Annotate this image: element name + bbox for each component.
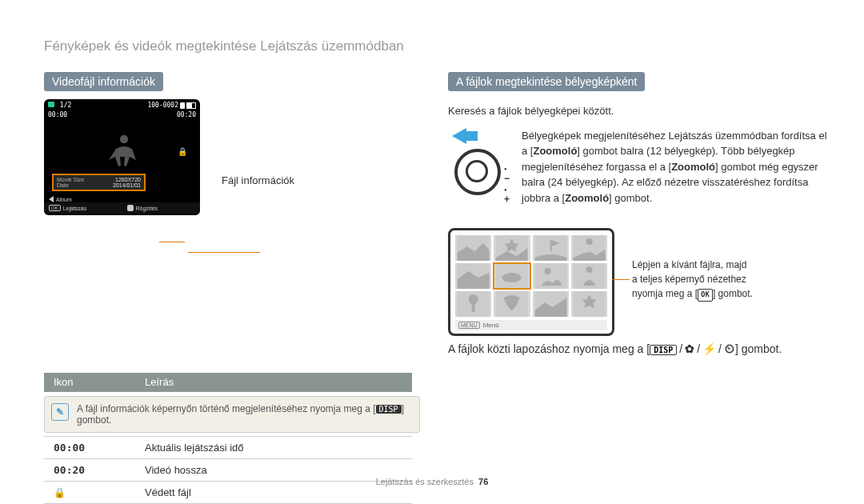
preview-total-time: 00:20 (177, 111, 196, 118)
icon-cell: 00:00 (44, 437, 135, 459)
page-title: Fényképek és videók megtekintése Lejátsz… (44, 38, 404, 54)
thumbnail-illustration: MENU Menü (448, 228, 614, 336)
timer-icon: ⏲ (724, 342, 735, 355)
preview-current-time: 00:00 (48, 111, 67, 118)
preview-file-index: 1/2 (48, 102, 71, 109)
thumb-cell (571, 291, 607, 317)
zoom-knob-illustration: ● − ● + (448, 128, 512, 200)
thumb-cell (533, 263, 569, 289)
ok-badge: OK (698, 289, 713, 302)
menu-badge: MENU (458, 322, 480, 329)
dancer-silhouette-icon (100, 131, 148, 171)
menu-label: Menü (483, 322, 499, 329)
note-info-icon: ✎ (51, 403, 69, 421)
minus-icon: ● − (504, 162, 512, 184)
lock-icon: 🔒 (54, 487, 66, 498)
info-label-movie-size: Movie Size (57, 177, 84, 182)
svg-point-10 (544, 268, 550, 274)
thumb-cell (533, 235, 569, 261)
table-row: 00:00 Aktuális lejátszási idő (44, 437, 412, 459)
knob-center-icon (466, 160, 488, 182)
disp-badge: DISP (376, 405, 402, 414)
svg-point-5 (586, 238, 592, 245)
thumb-cell (455, 235, 491, 261)
disp-badge: DISP (650, 345, 677, 355)
desc-cell: Aktuális lejátszási idő (135, 437, 412, 459)
thumb-cell (533, 291, 569, 317)
sd-icon (180, 102, 185, 109)
thumb-leader-line (612, 279, 630, 280)
note-text-prefix: A fájl információk képernyőn történő meg… (77, 403, 376, 414)
preview-info-box: Movie Size 1280X720 Date 2014/01/01 (52, 174, 146, 191)
leader-label: Fájl információk (222, 174, 294, 186)
ok-badge-small: OK (49, 205, 61, 211)
battery-icon (186, 102, 196, 109)
video-preview-frame: 1/2 100-0002 00:00 00:20 🔒 Movie Size 12… (44, 99, 200, 215)
play-label: Lejátszás (63, 206, 87, 211)
thumb-cell (455, 263, 491, 289)
footer-text: Lejátszás és szerkesztés (376, 477, 474, 486)
preview-folder-file: 100-0002 (147, 102, 178, 109)
flower-icon: ✿ (685, 342, 694, 355)
subtitle: Keresés a fájlok bélyegképei között. (448, 104, 832, 118)
section-heading-thumbnails: A fájlok megtekintése bélyegképként (448, 72, 645, 91)
info-label-date: Date (57, 182, 69, 188)
right-column: A fájlok megtekintése bélyegképként Kere… (448, 72, 832, 214)
thumb-instruction-label: Lépjen a kívánt fájlra, majd a teljes ké… (632, 258, 824, 302)
thumb-cell (571, 235, 607, 261)
svg-rect-3 (550, 240, 551, 251)
thumb-cell (494, 235, 530, 261)
zoom-instruction-text: Bélyegképek megjelenítéséhez Lejátszás ü… (522, 128, 832, 206)
lock-icon-small: 🔒 (178, 147, 187, 156)
flash-icon: ⚡ (702, 342, 716, 355)
back-triangle-icon (49, 196, 54, 202)
left-column: Videofájl információk 1/2 100-0002 00:00… (44, 72, 412, 215)
svg-point-12 (586, 266, 592, 273)
thumb-cell (571, 263, 607, 289)
note-box: ✎ A fájl információk képernyőn történő m… (44, 396, 420, 433)
thumb-cell-selected (494, 263, 530, 289)
thumb-cell (494, 291, 530, 317)
info-value-date: 2014/01/01 (113, 182, 141, 188)
record-label: Rögzítés (136, 206, 158, 211)
footer: Lejátszás és szerkesztés 76 (0, 477, 864, 486)
thumb-cell (455, 291, 491, 317)
plus-icon: ● + (504, 182, 512, 205)
col-header-icon: Ikon (44, 373, 135, 392)
navigation-instruction: A fájlok közti lapozáshoz nyomja meg a [… (448, 342, 848, 355)
leader-line (188, 252, 260, 253)
svg-point-15 (469, 294, 478, 304)
record-icon (127, 205, 134, 211)
col-header-desc: Leírás (135, 373, 412, 392)
section-heading-video-info: Videofájl információk (44, 72, 163, 91)
info-value-movie-size: 1280X720 (115, 177, 141, 182)
page-number: 76 (478, 477, 488, 486)
album-label: Album (56, 197, 72, 202)
rotate-left-arrow-icon (452, 128, 466, 144)
